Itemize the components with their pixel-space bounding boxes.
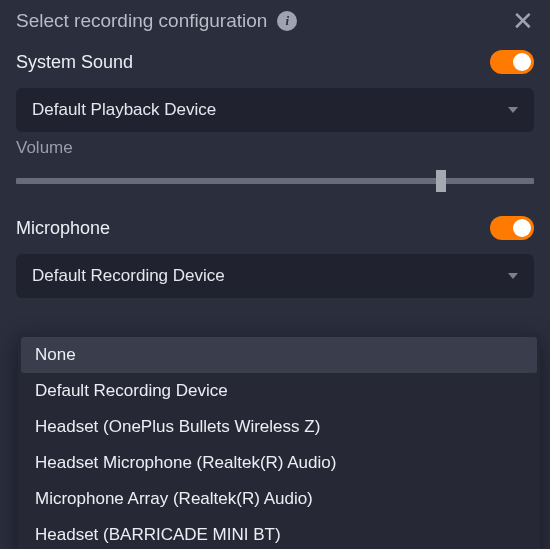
microphone-option[interactable]: Microphone Array (Realtek(R) Audio) <box>21 481 537 517</box>
microphone-section: Microphone Default Recording Device <box>16 216 534 298</box>
titlebar: Select recording configuration i ✕ <box>0 0 550 44</box>
system-sound-header: System Sound <box>16 50 534 74</box>
panel-title: Select recording configuration <box>16 10 267 32</box>
microphone-header: Microphone <box>16 216 534 240</box>
volume-label: Volume <box>16 138 534 158</box>
microphone-dropdown[interactable]: NoneDefault Recording DeviceHeadset (One… <box>18 333 540 549</box>
system-sound-toggle[interactable] <box>490 50 534 74</box>
microphone-toggle[interactable] <box>490 216 534 240</box>
microphone-option[interactable]: Default Recording Device <box>21 373 537 409</box>
toggle-thumb <box>513 53 531 71</box>
system-sound-label: System Sound <box>16 52 133 73</box>
content: System Sound Default Playback Device Vol… <box>0 44 550 298</box>
microphone-label: Microphone <box>16 218 110 239</box>
close-icon[interactable]: ✕ <box>512 8 534 34</box>
microphone-device-value: Default Recording Device <box>32 266 225 286</box>
microphone-option[interactable]: Headset (BARRICADE MINI BT) <box>21 517 537 549</box>
microphone-option[interactable]: Headset Microphone (Realtek(R) Audio) <box>21 445 537 481</box>
system-sound-section: System Sound Default Playback Device Vol… <box>16 50 534 192</box>
recording-config-panel: Select recording configuration i ✕ Syste… <box>0 0 550 549</box>
title-left: Select recording configuration i <box>16 10 297 32</box>
system-sound-device-value: Default Playback Device <box>32 100 216 120</box>
info-icon[interactable]: i <box>277 11 297 31</box>
system-sound-device-select[interactable]: Default Playback Device <box>16 88 534 132</box>
volume-slider[interactable] <box>16 170 534 192</box>
toggle-thumb <box>513 219 531 237</box>
chevron-down-icon <box>508 107 518 113</box>
chevron-down-icon <box>508 273 518 279</box>
microphone-device-select[interactable]: Default Recording Device <box>16 254 534 298</box>
slider-track <box>16 178 534 184</box>
slider-thumb[interactable] <box>436 170 446 192</box>
microphone-option[interactable]: Headset (OnePlus Bullets Wireless Z) <box>21 409 537 445</box>
microphone-option[interactable]: None <box>21 337 537 373</box>
